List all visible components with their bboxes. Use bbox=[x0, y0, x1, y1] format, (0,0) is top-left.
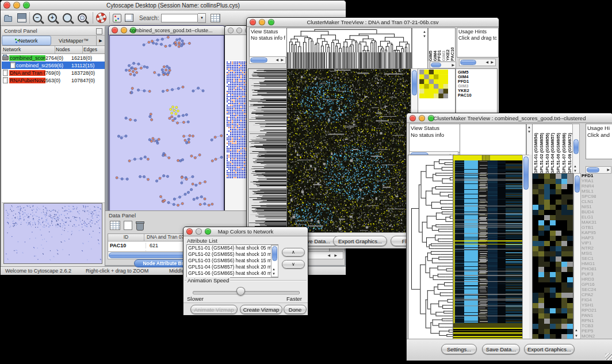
network-name: RNAPuberNov2+ bbox=[9, 78, 45, 83]
col-header-nodes[interactable]: Nodes bbox=[55, 46, 83, 53]
matrix-column-labels: GIM5GIM4PFD1GIM3YKE2PAC10 bbox=[428, 28, 456, 61]
network-view-window: combined_scores_good.txt--cluste... bbox=[108, 25, 225, 212]
scroll-right-icon[interactable]: ▶ bbox=[452, 63, 454, 67]
export-graphics-button[interactable]: Export Graphics... bbox=[333, 236, 387, 246]
network-list-row[interactable]: RNAPuberNov2+ 563(0) 107847(0) bbox=[2, 76, 105, 84]
save-data-button[interactable]: Save Data... bbox=[482, 344, 520, 354]
tab-overflow-button[interactable]: ▶ bbox=[96, 36, 105, 45]
attribute-list-item[interactable]: GPL51-03 (GSM856) heat shock 15 min bbox=[188, 258, 278, 264]
search-input[interactable] bbox=[161, 14, 198, 22]
zoom-fit-icon[interactable] bbox=[78, 13, 87, 22]
move-down-button[interactable]: ∨ bbox=[282, 260, 305, 269]
scroll-down-icon[interactable]: ▼ bbox=[272, 271, 276, 276]
scroll-up-icon[interactable]: ▲ bbox=[575, 328, 578, 332]
minimize-icon[interactable] bbox=[236, 28, 242, 33]
zoom-in-icon[interactable]: + bbox=[48, 13, 57, 22]
column-dendrogram-canvas[interactable] bbox=[286, 28, 412, 70]
global-heatmap-canvas[interactable] bbox=[453, 155, 523, 340]
network-canvas[interactable] bbox=[109, 35, 224, 211]
column-labels-vscrollbar[interactable]: ▲ ▼ bbox=[572, 124, 580, 174]
col-header-network[interactable]: Network bbox=[2, 46, 55, 53]
treeview1-title-bar[interactable]: ClusterMaker TreeView : DNA and Tran 07-… bbox=[247, 18, 499, 27]
vizmap-icon[interactable] bbox=[113, 14, 121, 22]
scroll-right-icon[interactable]: ▶ bbox=[491, 60, 494, 64]
scroll-up-icon[interactable]: ▲ bbox=[423, 29, 426, 34]
dialog-title-bar[interactable]: Map Colors to Network bbox=[183, 227, 308, 236]
speed-slider-track[interactable] bbox=[193, 291, 300, 294]
search-dropdown-button[interactable]: ▼ bbox=[198, 13, 206, 23]
scroll-right-icon[interactable]: ▶ bbox=[607, 167, 610, 172]
attribute-select-icon[interactable] bbox=[110, 221, 120, 230]
close-icon[interactable] bbox=[112, 27, 118, 33]
minimize-icon[interactable] bbox=[121, 27, 127, 33]
network-list-row[interactable]: combined_scores 2764(0) 16218(0) bbox=[2, 54, 105, 62]
scroll-left-icon[interactable]: ◀ bbox=[485, 60, 488, 64]
column-label: GPL51-04 (GSM857) bbox=[550, 133, 555, 174]
close-icon[interactable] bbox=[228, 28, 234, 33]
attribute-list-vscrollbar[interactable]: ▲ ▼ bbox=[271, 245, 278, 277]
scroll-left-icon[interactable]: ◀ bbox=[276, 58, 278, 62]
attribute-list-item[interactable]: GPL51-02 (GSM855) heat shock 10 min bbox=[188, 251, 278, 258]
attribute-list-item[interactable]: GPL51-04 (GSM857) heat shock 20 min bbox=[188, 264, 278, 270]
col-header-edges[interactable]: Edges bbox=[83, 46, 105, 53]
tab-network[interactable]: Network bbox=[2, 36, 51, 45]
resize-grip[interactable] bbox=[605, 353, 612, 360]
open-folder-icon[interactable] bbox=[4, 16, 12, 22]
scroll-down-icon[interactable]: ▼ bbox=[527, 129, 531, 134]
create-vizmap-button[interactable]: Create Vizmap bbox=[240, 305, 282, 314]
zoom-hscrollbar[interactable]: ▶ bbox=[430, 62, 456, 68]
scroll-right-icon[interactable]: ▶ bbox=[281, 58, 284, 62]
attribute-table-icon[interactable] bbox=[211, 14, 220, 22]
animate-vizmap-button[interactable]: Animate Vizmap bbox=[190, 305, 238, 314]
scroll-down-icon[interactable]: ▼ bbox=[423, 34, 426, 39]
tab-vizmapper[interactable]: VizMapper™ bbox=[51, 36, 96, 45]
save-icon[interactable] bbox=[17, 13, 26, 22]
column-dendrogram-panel[interactable] bbox=[460, 124, 526, 156]
move-up-button[interactable]: ∧ bbox=[282, 248, 305, 256]
gene-label: NIS1 bbox=[582, 204, 611, 209]
zoom-heatmap-canvas[interactable] bbox=[532, 173, 573, 340]
main-title-bar[interactable]: Cytoscape Desktop (Session Name: collins… bbox=[1, 1, 346, 10]
network-list-row-selected[interactable]: combined_sco 2569(6) 13112(15) bbox=[2, 62, 105, 69]
row-dendrogram-canvas[interactable] bbox=[248, 68, 287, 233]
done-button[interactable]: Done bbox=[284, 305, 307, 314]
network-view-title-bar[interactable]: combined_scores_good.txt--cluste... bbox=[109, 26, 225, 35]
scroll-left-icon[interactable]: ◀ bbox=[327, 253, 330, 258]
annotation-icon[interactable] bbox=[125, 14, 133, 22]
export-graphics-button[interactable]: Export Graphics... bbox=[524, 344, 575, 354]
zoom-out-icon[interactable]: − bbox=[33, 13, 42, 22]
treeview2-title-bar[interactable]: ClusterMaker TreeView : combined_scores_… bbox=[407, 113, 612, 123]
scroll-down-icon[interactable]: ▼ bbox=[575, 334, 578, 338]
zoom-vscrollbar[interactable]: ▲ ▼ bbox=[573, 173, 581, 340]
settings-button[interactable]: Settings... bbox=[441, 344, 477, 354]
network-list-row[interactable]: DNA and Tran 07 769(0) 183728(0) bbox=[2, 69, 105, 76]
zoom-actual-icon[interactable] bbox=[63, 13, 72, 22]
map-colors-dialog: Map Colors to Network Attribute List GPL… bbox=[183, 227, 308, 315]
view-status-scrollbar[interactable]: ◀ ▶ bbox=[249, 56, 286, 64]
delete-attribute-icon[interactable] bbox=[136, 223, 144, 231]
network-name: DNA and Tran 07 bbox=[9, 70, 45, 76]
network-list-empty-area[interactable] bbox=[2, 85, 105, 203]
usage-hints-scrollbar[interactable]: ◀ ▶ bbox=[459, 59, 496, 66]
scroll-down-icon[interactable]: ▼ bbox=[573, 168, 577, 173]
gene-label: TCB3 bbox=[582, 323, 611, 328]
new-attribute-icon[interactable] bbox=[124, 221, 132, 230]
column-label: GPL51-07 (GSM868) bbox=[561, 133, 567, 174]
attribute-list-item[interactable]: GPL51-06 (GSM865) heat shock 40 min bbox=[188, 270, 278, 277]
attribute-list[interactable]: GPL51-01 (GSM854) heat shock 05 minGPL51… bbox=[186, 244, 278, 278]
attribute-list-item[interactable]: GPL51-01 (GSM854) heat shock 05 min bbox=[188, 245, 278, 251]
table-col-id[interactable]: ID bbox=[108, 234, 144, 241]
zoom-matrix-canvas[interactable] bbox=[419, 70, 448, 98]
global-heatmap-canvas[interactable] bbox=[286, 68, 411, 233]
birds-eye-navigator[interactable] bbox=[3, 203, 102, 264]
row-dendrogram-canvas[interactable] bbox=[408, 155, 454, 340]
scroll-up-icon[interactable]: ▲ bbox=[272, 267, 276, 271]
table-cell-id[interactable]: PAC10 bbox=[108, 243, 146, 248]
help-ring-icon[interactable] bbox=[96, 13, 106, 23]
scroll-right-icon[interactable]: ▶ bbox=[334, 253, 337, 258]
document-icon bbox=[3, 70, 8, 76]
scroll-up-icon[interactable]: ▲ bbox=[527, 125, 531, 129]
gene-label: HRD3 bbox=[582, 277, 611, 282]
scroll-up-icon[interactable]: ▲ bbox=[573, 164, 577, 168]
float-panel-icon[interactable] bbox=[96, 28, 102, 35]
